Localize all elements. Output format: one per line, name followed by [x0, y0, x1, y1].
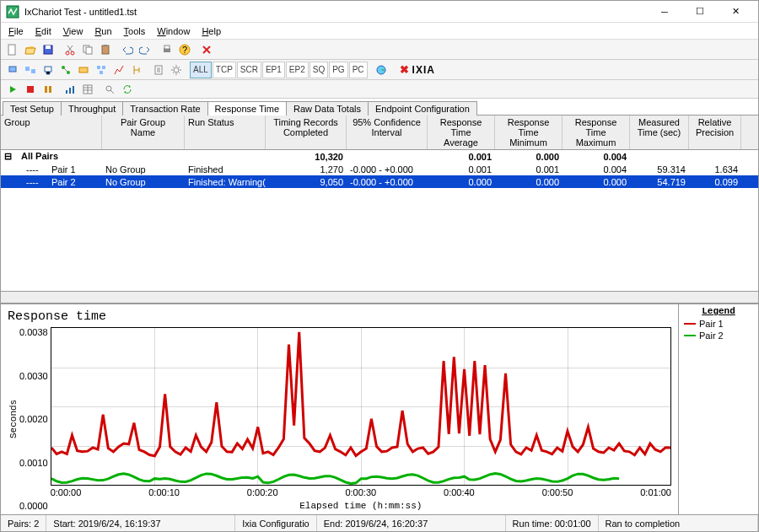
- col-resp-max[interactable]: Response Time Maximum: [563, 116, 630, 149]
- filter-pc[interactable]: PC: [349, 62, 368, 78]
- menu-window[interactable]: Window: [151, 24, 196, 38]
- summary-row[interactable]: ⊟All Pairs 10,320 0.001 0.000 0.004: [1, 150, 758, 163]
- col-confidence[interactable]: 95% Confidence Interval: [347, 116, 428, 149]
- legend-item[interactable]: Pair 2: [679, 330, 758, 341]
- copy-icon[interactable]: [79, 41, 96, 58]
- delete-icon[interactable]: [198, 41, 215, 58]
- legend-item[interactable]: Pair 1: [679, 318, 758, 330]
- print-icon[interactable]: [159, 41, 175, 58]
- menu-help[interactable]: Help: [196, 24, 227, 38]
- new-icon[interactable]: [4, 41, 21, 58]
- minimize-button[interactable]: ─: [647, 3, 682, 21]
- window-title: IxChariot Test - untitled1.tst: [24, 7, 647, 17]
- status-runtime: Run time: 00:01:00: [506, 515, 599, 531]
- statusbar: Pairs: 2 Start: 2019/6/24, 16:19:37 Ixia…: [1, 514, 758, 531]
- filter-tcp[interactable]: TCP: [213, 62, 236, 78]
- filter-all[interactable]: ALL: [190, 62, 212, 78]
- maximize-button[interactable]: ☐: [682, 3, 718, 21]
- tab-throughput[interactable]: Throughput: [61, 101, 123, 116]
- close-button[interactable]: ✕: [718, 3, 753, 21]
- status-result: Ran to completion: [599, 515, 758, 531]
- filter-ep1[interactable]: EP1: [262, 62, 285, 78]
- svg-rect-30: [66, 90, 67, 94]
- menu-run[interactable]: Run: [89, 24, 117, 38]
- tab-response-time[interactable]: Response Time: [207, 101, 287, 116]
- app-icon: [6, 5, 19, 19]
- grid-body[interactable]: ⊟All Pairs 10,320 0.001 0.000 0.004 ----…: [1, 150, 758, 292]
- svg-rect-32: [73, 86, 74, 94]
- menu-view[interactable]: View: [57, 24, 89, 38]
- svg-rect-31: [69, 88, 71, 94]
- redo-icon[interactable]: [137, 41, 153, 58]
- svg-text:?: ?: [182, 45, 187, 55]
- menu-tools[interactable]: Tools: [118, 24, 152, 38]
- collapse-icon[interactable]: ⊟: [4, 151, 18, 163]
- run-icon[interactable]: [4, 81, 21, 98]
- svg-rect-9: [104, 45, 107, 46]
- tab-endpoint-config[interactable]: Endpoint Configuration: [368, 101, 477, 116]
- tab-test-setup[interactable]: Test Setup: [3, 101, 62, 116]
- settings-icon[interactable]: [168, 62, 185, 78]
- summary-ra: 0.001: [428, 152, 495, 162]
- table-row[interactable]: ---- Pair 1 No Group Finished 1,270 -0.0…: [1, 163, 758, 175]
- filter-scr[interactable]: SCR: [237, 62, 261, 78]
- svg-rect-16: [31, 69, 35, 73]
- status-start: Start: 2019/6/24, 16:19:37: [46, 515, 235, 531]
- endpoint-icon-8[interactable]: [128, 62, 145, 78]
- titlebar: IxChariot Test - untitled1.tst ─ ☐ ✕: [1, 1, 758, 23]
- pause-icon[interactable]: [40, 81, 57, 98]
- col-group[interactable]: Group: [1, 116, 102, 149]
- world-icon[interactable]: [373, 62, 390, 78]
- svg-rect-14: [9, 67, 16, 72]
- chart-icon[interactable]: [62, 81, 78, 98]
- svg-rect-27: [27, 86, 34, 93]
- chart-plot[interactable]: [51, 327, 671, 486]
- tab-raw-data[interactable]: Raw Data Totals: [286, 101, 369, 116]
- help-icon[interactable]: ?: [176, 41, 193, 58]
- filter-sq[interactable]: SQ: [310, 62, 328, 78]
- save-icon[interactable]: [40, 41, 57, 58]
- tab-transaction-rate[interactable]: Transaction Rate: [122, 101, 207, 116]
- svg-rect-28: [45, 86, 47, 93]
- menu-file[interactable]: File: [3, 24, 30, 38]
- table-row[interactable]: ---- Pair 2 No Group Finished: Warning(s…: [1, 175, 758, 188]
- col-rel-precision[interactable]: Relative Precision: [689, 116, 741, 149]
- endpoint-icon-3[interactable]: [40, 62, 57, 78]
- endpoint-icon-7[interactable]: [110, 62, 127, 78]
- endpoint-icon-6[interactable]: [93, 62, 110, 78]
- endpoint-icon-5[interactable]: [75, 62, 92, 78]
- results-grid: Group Pair Group Name Run Status Timing …: [1, 116, 758, 292]
- undo-icon[interactable]: [119, 41, 136, 58]
- h-scrollbar[interactable]: [1, 292, 758, 304]
- col-resp-avg[interactable]: Response Time Average: [428, 116, 495, 149]
- status-config: Ixia Configuratio: [235, 515, 317, 531]
- col-measured-time[interactable]: Measured Time (sec): [630, 116, 689, 149]
- y-axis-ticks: 0.00380.00300.00200.00100.0000: [19, 327, 51, 511]
- col-run-status[interactable]: Run Status: [185, 116, 266, 149]
- summary-rmin: 0.000: [495, 152, 563, 162]
- col-timing-records[interactable]: Timing Records Completed: [266, 116, 347, 149]
- svg-rect-7: [86, 47, 92, 54]
- cut-icon[interactable]: [62, 41, 78, 58]
- stop-icon[interactable]: [22, 81, 39, 98]
- x-axis-ticks: 0:00:000:00:100:00:200:00:300:00:400:00:…: [51, 486, 671, 499]
- open-icon[interactable]: [22, 41, 39, 58]
- filter-pg[interactable]: PG: [329, 62, 347, 78]
- refresh-icon[interactable]: [119, 81, 136, 98]
- table-icon[interactable]: [79, 81, 96, 98]
- svg-rect-8: [102, 46, 109, 54]
- col-resp-min[interactable]: Response Time Minimum: [495, 116, 563, 149]
- endpoint-icon-4[interactable]: [57, 62, 74, 78]
- legend: Legend Pair 1Pair 2: [678, 304, 758, 514]
- zoom-icon[interactable]: [101, 81, 118, 98]
- filter-ep2[interactable]: EP2: [286, 62, 309, 78]
- svg-rect-15: [25, 67, 30, 71]
- menu-edit[interactable]: Edit: [30, 24, 57, 38]
- paste-icon[interactable]: [97, 41, 114, 58]
- endpoint-icon-2[interactable]: [22, 62, 39, 78]
- endpoint-icon-1[interactable]: [4, 62, 21, 78]
- col-pair-group-name[interactable]: Pair Group Name: [102, 116, 185, 149]
- toolbar-run: [1, 80, 758, 99]
- x-axis-label: Elapsed time (h:mm:ss): [51, 499, 671, 511]
- export-icon[interactable]: [150, 62, 167, 78]
